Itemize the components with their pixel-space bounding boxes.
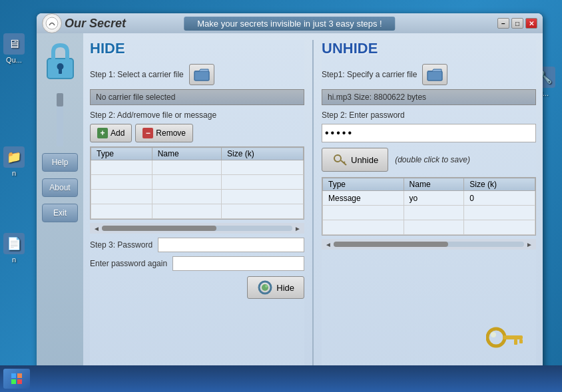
- svg-rect-8: [427, 71, 442, 81]
- unhide-carrier-select-button[interactable]: [422, 64, 447, 85]
- table-row: [323, 220, 535, 235]
- unhide-action-row: Unhide (double click to save): [322, 148, 536, 172]
- unhide-carrier-display: hi.mp3 Size: 8800622 bytes: [322, 89, 536, 105]
- table-cell-type: Message: [323, 191, 404, 206]
- lock-icon: [42, 40, 79, 80]
- window-controls: − □ ✕: [497, 18, 537, 29]
- desktop-icon-1[interactable]: 🖥 Qu...: [3, 33, 25, 64]
- hide-col-type: Type: [91, 148, 152, 160]
- title-bar: Our Secret Make your secrets invisible i…: [37, 13, 543, 33]
- add-label: Add: [111, 128, 125, 138]
- unhide-scroll-left-arrow[interactable]: ◄: [323, 241, 334, 248]
- exit-button[interactable]: Exit: [42, 204, 78, 222]
- hide-no-file-label: No carrier file selected: [90, 89, 304, 105]
- svg-point-9: [334, 155, 341, 162]
- unhide-panel: UNHIDE Step1: Specify a carrier file hi.…: [322, 40, 536, 373]
- unhide-step2-label: Step 2: Enter password: [322, 110, 536, 120]
- svg-rect-15: [519, 339, 523, 343]
- svg-point-7: [265, 285, 268, 288]
- hide-step2-label: Step 2: Add/remove file or message: [90, 110, 304, 120]
- svg-point-6: [262, 284, 268, 291]
- unhide-password-input[interactable]: [322, 124, 536, 142]
- desktop: 🖥 Qu... 📁 n 📄 n 🔧 t... Our Secret: [0, 0, 562, 392]
- hide-password-input[interactable]: [158, 238, 304, 252]
- scroll-right-arrow[interactable]: ►: [292, 225, 303, 232]
- hide-password-again-row: Enter password again: [90, 256, 304, 271]
- windows-logo: [10, 372, 23, 385]
- logo-icon: [42, 13, 62, 33]
- close-button[interactable]: ✕: [525, 18, 537, 29]
- table-row[interactable]: Message yo 0: [323, 191, 535, 206]
- desktop-icon-img: 🖥: [3, 33, 25, 55]
- table-row: [91, 175, 304, 190]
- svg-rect-13: [503, 335, 523, 339]
- scroll-left-arrow[interactable]: ◄: [91, 225, 102, 232]
- hide-carrier-select-button[interactable]: [189, 64, 214, 85]
- hide-horizontal-scroll[interactable]: ◄ ►: [90, 223, 304, 234]
- main-content: HIDE Step 1: Select a carrier file No ca…: [83, 33, 543, 379]
- sidebar-scrollbar[interactable]: [57, 93, 63, 146]
- hide-button[interactable]: Hide: [247, 276, 304, 299]
- svg-rect-14: [514, 339, 517, 345]
- unhide-btn-label: Unhide: [351, 155, 378, 165]
- svg-rect-3: [59, 69, 62, 74]
- key-small-icon: [332, 152, 348, 168]
- table-cell-name: yo: [404, 191, 464, 206]
- hide-step3-label: Step 3: Password: [90, 240, 152, 250]
- svg-rect-4: [194, 71, 209, 81]
- taskbar: [0, 365, 562, 392]
- app-title: Our Secret: [65, 17, 126, 31]
- ring-icon: [257, 280, 273, 295]
- scroll-track[interactable]: [102, 226, 292, 231]
- minimize-button[interactable]: −: [497, 18, 509, 29]
- desktop-icon-3[interactable]: 📄 n: [3, 233, 25, 264]
- add-button[interactable]: + Add: [90, 124, 132, 142]
- unhide-scroll-track[interactable]: [334, 242, 524, 247]
- unhide-col-size: Size (k): [464, 178, 535, 191]
- unhide-button[interactable]: Unhide: [322, 148, 388, 172]
- table-row: [323, 206, 535, 220]
- key-icon: [486, 324, 526, 363]
- table-row: [91, 190, 304, 204]
- app-body: Help About Exit tmp HIDE Step 1: Select …: [37, 33, 543, 379]
- hide-password-again-label: Enter password again: [90, 259, 167, 268]
- panel-divider: [312, 40, 314, 373]
- hide-file-table: Type Name Size (k): [91, 147, 304, 219]
- plus-icon: +: [97, 128, 108, 138]
- hide-step1-row: Step 1: Select a carrier file: [90, 64, 304, 85]
- unhide-col-name: Name: [404, 178, 464, 191]
- svg-line-11: [344, 162, 345, 163]
- unhide-scroll-right-arrow[interactable]: ►: [524, 241, 535, 248]
- table-row: [91, 204, 304, 219]
- double-click-label: (double click to save): [395, 155, 470, 164]
- svg-rect-19: [11, 379, 16, 384]
- unhide-file-table-container: Type Name Size (k) Message yo 0: [322, 177, 536, 236]
- start-button[interactable]: [3, 369, 30, 389]
- hide-password-again-input[interactable]: [172, 256, 304, 271]
- desktop-icon-2[interactable]: 📁 n: [3, 146, 25, 177]
- hide-password-row: Step 3: Password: [90, 238, 304, 252]
- desktop-icon-img-2: 📁: [3, 146, 25, 168]
- desktop-icon-img-3: 📄: [3, 233, 25, 254]
- table-cell-size: 0: [464, 191, 535, 206]
- unhide-horizontal-scroll[interactable]: ◄ ►: [322, 239, 536, 250]
- svg-rect-17: [11, 373, 16, 378]
- hide-step1-label: Step 1: Select a carrier file: [90, 70, 184, 79]
- hide-title: HIDE: [90, 40, 304, 57]
- svg-rect-18: [17, 373, 22, 378]
- svg-point-16: [491, 332, 496, 337]
- unhide-scroll-thumb: [334, 242, 448, 247]
- hide-add-remove-row: + Add − Remove: [90, 124, 304, 142]
- remove-button[interactable]: − Remove: [135, 124, 193, 142]
- about-button[interactable]: About: [42, 178, 78, 197]
- unhide-step1-row: Step1: Specify a carrier file: [322, 64, 536, 85]
- hide-panel: HIDE Step 1: Select a carrier file No ca…: [90, 40, 304, 373]
- hide-btn-label: Hide: [276, 283, 294, 293]
- remove-label: Remove: [156, 128, 186, 138]
- unhide-step1-label: Step1: Specify a carrier file: [322, 70, 417, 79]
- hide-action-row: Hide: [90, 276, 304, 299]
- unhide-title: UNHIDE: [322, 40, 536, 57]
- help-button[interactable]: Help: [42, 153, 78, 172]
- table-row: [91, 160, 304, 175]
- maximize-button[interactable]: □: [511, 18, 523, 29]
